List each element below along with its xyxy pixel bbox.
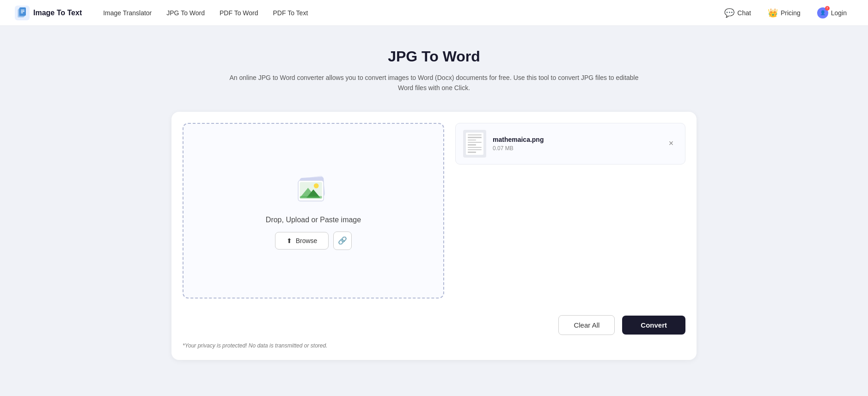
file-size: 0.07 MB (493, 145, 658, 152)
login-label: Login (831, 9, 847, 17)
preview-line (468, 147, 482, 148)
preview-line (468, 140, 476, 140)
nav-links: Image Translator JPG To Word PDF To Word… (97, 6, 718, 20)
actions-row: Clear All Convert (183, 308, 685, 335)
drop-zone-buttons: ⬆ Browse 🔗 (275, 232, 352, 250)
page-subtitle: An online JPG to Word converter allows y… (226, 73, 642, 93)
file-thumbnail (463, 130, 486, 158)
link-icon: 🔗 (338, 236, 347, 245)
nav-pdf-to-word[interactable]: PDF To Word (213, 6, 265, 20)
login-button[interactable]: 👤 7 Login (811, 5, 853, 21)
svg-rect-5 (21, 11, 24, 12)
drop-zone-text: Drop, Upload or Paste image (266, 216, 361, 224)
chat-icon: 💬 (724, 8, 734, 18)
clear-all-button[interactable]: Clear All (558, 315, 615, 335)
browse-button[interactable]: ⬆ Browse (275, 232, 329, 250)
navbar: Image To Text Image Translator JPG To Wo… (0, 0, 868, 26)
preview-line (468, 137, 482, 138)
logo-icon (15, 6, 30, 20)
converter-body: Drop, Upload or Paste image ⬆ Browse 🔗 (183, 123, 685, 299)
upload-images-icon (290, 171, 336, 208)
brand-name: Image To Text (33, 9, 82, 17)
preview-line (468, 142, 482, 143)
svg-rect-14 (300, 196, 322, 198)
nav-image-translator[interactable]: Image Translator (97, 6, 158, 20)
svg-point-11 (314, 183, 319, 189)
svg-rect-6 (21, 12, 23, 13)
file-list-panel: mathemaica.png 0.07 MB × (455, 123, 685, 299)
preview-line (468, 152, 476, 152)
link-button[interactable]: 🔗 (333, 232, 352, 250)
convert-button[interactable]: Convert (622, 316, 685, 335)
drop-zone[interactable]: Drop, Upload or Paste image ⬆ Browse 🔗 (183, 123, 444, 299)
notification-badge: 7 (825, 6, 830, 11)
chat-nav-item[interactable]: 💬 Chat (718, 5, 758, 21)
brand-logo[interactable]: Image To Text (15, 6, 82, 20)
preview-line (468, 149, 482, 150)
pricing-label: Pricing (781, 9, 801, 17)
preview-line (468, 134, 482, 135)
browse-label: Browse (296, 237, 318, 244)
svg-rect-4 (21, 10, 24, 11)
pricing-nav-item[interactable]: 👑 Pricing (761, 5, 807, 21)
table-row: mathemaica.png 0.07 MB × (455, 123, 685, 164)
upload-icon: ⬆ (287, 237, 292, 244)
remove-file-button[interactable]: × (665, 137, 678, 150)
nav-pdf-to-text[interactable]: PDF To Text (267, 6, 315, 20)
nav-jpg-to-word[interactable]: JPG To Word (160, 6, 211, 20)
file-name: mathemaica.png (493, 136, 658, 143)
file-info: mathemaica.png 0.07 MB (493, 136, 658, 152)
preview-line (468, 144, 476, 145)
nav-right: 💬 Chat 👑 Pricing 👤 7 Login (718, 5, 853, 21)
converter-card: Drop, Upload or Paste image ⬆ Browse 🔗 (171, 112, 697, 360)
avatar: 👤 7 (817, 7, 828, 18)
privacy-note: *Your privacy is protected! No data is t… (183, 342, 685, 349)
file-preview (466, 133, 483, 155)
page-title: JPG To Word (171, 48, 697, 65)
pricing-icon: 👑 (768, 8, 778, 18)
main-content: JPG To Word An online JPG to Word conver… (157, 26, 711, 375)
chat-label: Chat (737, 9, 751, 17)
